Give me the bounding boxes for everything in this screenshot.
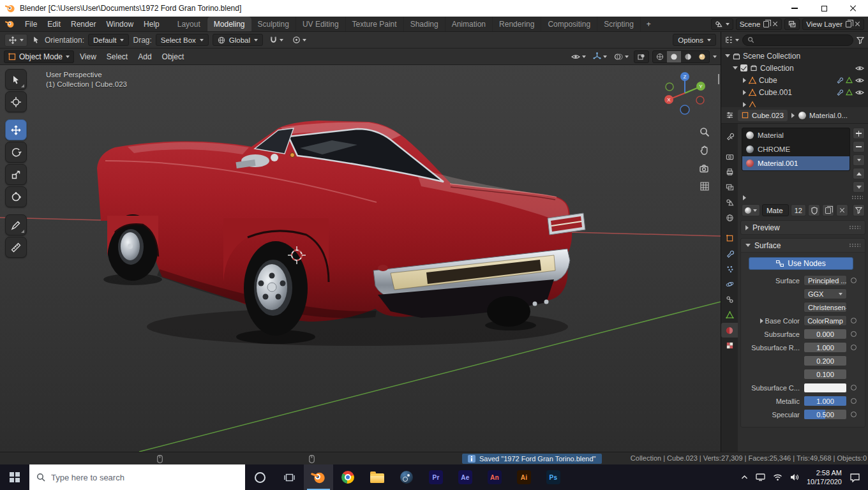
- add-slot-button[interactable]: [853, 128, 865, 139]
- metallic-slider[interactable]: 1.000: [804, 396, 847, 406]
- eye-icon[interactable]: [855, 65, 864, 71]
- animate-dot[interactable]: [851, 398, 857, 404]
- user-count-badge[interactable]: 12: [791, 204, 806, 216]
- breadcrumb-object[interactable]: Cube.023: [738, 110, 788, 121]
- new-scene-icon[interactable]: [763, 21, 769, 27]
- blender-menu-button[interactable]: [0, 17, 20, 31]
- remove-view-layer-icon[interactable]: [855, 21, 860, 27]
- slot-material[interactable]: Material: [742, 128, 849, 142]
- remove-slot-button[interactable]: [853, 141, 865, 152]
- menu-object[interactable]: Object: [158, 52, 189, 61]
- subsurface-method-select[interactable]: Christensen-...: [804, 302, 847, 313]
- sidebar-collapse-arrow[interactable]: [718, 74, 719, 83]
- properties-tab-tool[interactable]: [721, 129, 738, 144]
- breadcrumb-material[interactable]: Material.0...: [798, 112, 848, 119]
- taskbar-search[interactable]: [29, 464, 245, 490]
- properties-tab-view-layer[interactable]: [721, 180, 738, 195]
- view-layer-name-field[interactable]: View Layer: [802, 19, 864, 30]
- zoom-icon[interactable]: [699, 126, 710, 138]
- material-name-field[interactable]: Mate: [762, 204, 789, 216]
- eye-icon[interactable]: [855, 89, 864, 96]
- filter-icon[interactable]: [857, 36, 864, 44]
- specular-slider[interactable]: 0.500: [804, 409, 847, 420]
- snap-toggle[interactable]: [267, 34, 286, 46]
- pan-hand-icon[interactable]: [699, 145, 710, 156]
- taskbar-app-steam[interactable]: [392, 464, 421, 490]
- shading-dropdown[interactable]: [713, 56, 717, 58]
- subsurface-radius-z[interactable]: 0.100: [804, 369, 847, 380]
- expand-icon[interactable]: [743, 195, 746, 200]
- tab-sculpting[interactable]: Sculpting: [251, 17, 296, 31]
- cortana-button[interactable]: [245, 464, 274, 490]
- disclosure-icon[interactable]: [733, 66, 738, 70]
- new-view-layer-icon[interactable]: [846, 21, 851, 27]
- taskbar-clock[interactable]: 2:58 AM 10/17/2020: [807, 468, 842, 487]
- close-button[interactable]: [839, 0, 868, 17]
- annotate-tool[interactable]: [5, 214, 27, 235]
- options-dropdown[interactable]: Options: [673, 34, 716, 46]
- preview-panel-header[interactable]: Preview: [741, 221, 865, 234]
- drag-grip[interactable]: [849, 243, 860, 248]
- shading-material-button[interactable]: [681, 51, 695, 63]
- resize-grip[interactable]: [851, 195, 863, 200]
- menu-window[interactable]: Window: [101, 17, 138, 31]
- menu-render[interactable]: Render: [66, 17, 101, 31]
- properties-tab-object[interactable]: [721, 231, 738, 246]
- properties-tab-data[interactable]: [721, 308, 738, 322]
- taskbar-app-animate[interactable]: An: [480, 464, 509, 490]
- outliner-item-collection[interactable]: Collection: [721, 62, 868, 74]
- navigation-gizmo[interactable]: Z Y X: [662, 70, 708, 118]
- menu-edit[interactable]: Edit: [42, 17, 66, 31]
- slot-specials-button[interactable]: [853, 154, 865, 166]
- wifi-icon[interactable]: [773, 473, 782, 481]
- subsurface-color-swatch[interactable]: [804, 383, 847, 393]
- properties-tab-world[interactable]: [721, 211, 738, 225]
- properties-tab-texture[interactable]: [721, 338, 738, 353]
- scene-browse-button[interactable]: [711, 19, 733, 30]
- taskbar-app-premiere[interactable]: Pr: [421, 464, 451, 490]
- base-color-button[interactable]: ColorRamp: [804, 315, 847, 326]
- surface-shader-select[interactable]: Principled ...: [804, 275, 847, 286]
- proportional-edit-toggle[interactable]: [290, 34, 309, 46]
- tab-uv-editing[interactable]: UV Editing: [296, 17, 346, 31]
- subsurface-slider[interactable]: 0.000: [804, 329, 847, 339]
- unlink-scene-icon[interactable]: [772, 21, 778, 27]
- ortho-grid-icon[interactable]: [699, 181, 710, 192]
- taskbar-app-after-effects[interactable]: Ae: [451, 464, 480, 490]
- cursor-tool[interactable]: [5, 91, 27, 112]
- taskbar-app-illustrator[interactable]: Ai: [509, 464, 539, 490]
- rotate-tool[interactable]: [5, 142, 27, 163]
- editor-type-button[interactable]: [725, 36, 739, 44]
- add-workspace-button[interactable]: +: [641, 17, 657, 31]
- minimize-button[interactable]: [780, 0, 809, 17]
- collection-checkbox[interactable]: [740, 64, 747, 71]
- tab-scripting[interactable]: Scripting: [597, 17, 641, 31]
- display-icon[interactable]: [756, 473, 765, 481]
- properties-tab-physics[interactable]: [721, 277, 738, 292]
- tab-layout[interactable]: Layout: [171, 17, 207, 31]
- shading-solid-button[interactable]: [667, 51, 681, 63]
- task-view-button[interactable]: [274, 464, 304, 490]
- tab-texture-paint[interactable]: Texture Paint: [346, 17, 404, 31]
- slot-chrome[interactable]: CHROME: [742, 142, 849, 156]
- tab-animation[interactable]: Animation: [445, 17, 493, 31]
- action-center-icon[interactable]: [849, 473, 860, 482]
- animate-dot[interactable]: [851, 278, 857, 283]
- overlays-dropdown[interactable]: [612, 50, 631, 63]
- camera-view-icon[interactable]: [699, 163, 710, 174]
- measure-tool[interactable]: [5, 237, 27, 258]
- orientation-select[interactable]: Default: [88, 34, 129, 46]
- subsurface-radius-y[interactable]: 0.200: [804, 355, 847, 366]
- taskbar-app-blender[interactable]: [304, 464, 333, 490]
- properties-tab-output[interactable]: [721, 165, 738, 179]
- tab-modeling[interactable]: Modeling: [207, 17, 251, 31]
- move-slot-up-button[interactable]: [853, 168, 865, 179]
- scale-tool[interactable]: [5, 164, 27, 185]
- surface-panel-header[interactable]: Surface: [741, 239, 865, 252]
- maximize-button[interactable]: [809, 0, 839, 17]
- tray-expand-icon[interactable]: [741, 475, 748, 480]
- start-button[interactable]: [0, 464, 29, 490]
- animate-dot[interactable]: [851, 318, 857, 323]
- animate-dot[interactable]: [851, 331, 857, 337]
- drag-select[interactable]: Select Box: [156, 34, 209, 46]
